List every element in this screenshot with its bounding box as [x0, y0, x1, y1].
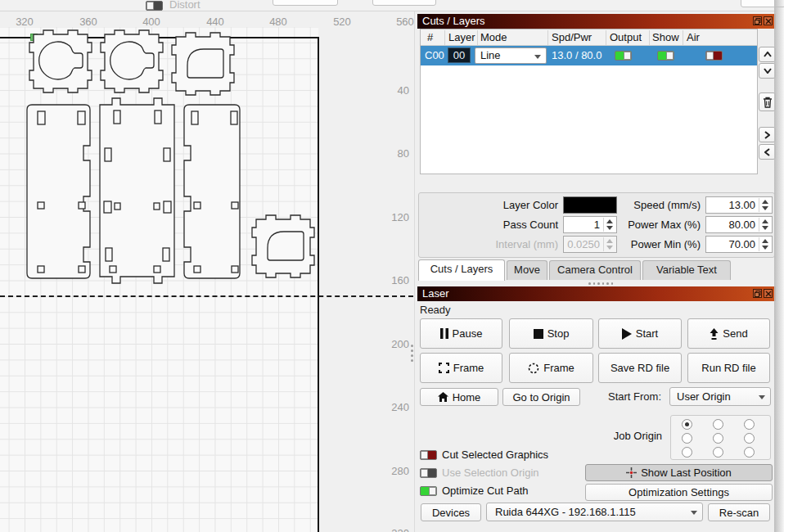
- pause-button[interactable]: Pause: [420, 318, 502, 349]
- mode-dropdown[interactable]: Line: [475, 47, 547, 64]
- laser-titlebar[interactable]: Laser: [417, 286, 776, 301]
- optimize-cut-path-toggle[interactable]: [420, 486, 437, 496]
- layer-row-selected[interactable]: C00 00 Line 13.0 / 80.0: [421, 46, 757, 65]
- power-min-input[interactable]: 70.00: [705, 236, 773, 253]
- run-rd-file-button[interactable]: Run RD file: [687, 353, 770, 383]
- distort-toggle[interactable]: [146, 1, 163, 11]
- home-icon: [438, 392, 448, 402]
- job-origin-radio[interactable]: [713, 433, 723, 444]
- home-button[interactable]: Home: [420, 388, 498, 406]
- stop-icon: [534, 329, 543, 339]
- start-from-dropdown[interactable]: User Origin: [669, 387, 771, 406]
- job-origin-grid: [670, 415, 771, 460]
- col-header: Layer: [448, 31, 475, 43]
- col-header: #: [427, 31, 433, 43]
- cut-selected-label: Cut Selected Graphics: [442, 449, 548, 461]
- device-dropdown[interactable]: Ruida 644XG - 192.168.1.115: [486, 503, 703, 521]
- power-max-label: Power Max (%): [624, 219, 701, 231]
- assign-right-button[interactable]: [759, 127, 776, 142]
- chevron-down-icon: [759, 395, 765, 399]
- float-panel-icon[interactable]: [753, 16, 762, 25]
- use-selection-origin-label: Use Selection Origin: [442, 467, 539, 479]
- air-toggle[interactable]: [705, 51, 723, 61]
- job-origin-radio[interactable]: [682, 447, 692, 458]
- show-toggle[interactable]: [657, 51, 674, 61]
- col-header: Spd/Pwr: [552, 31, 592, 43]
- job-origin-radio[interactable]: [713, 419, 723, 430]
- cut-selected-toggle[interactable]: [420, 450, 437, 460]
- go-to-origin-button[interactable]: Go to Origin: [502, 388, 580, 406]
- col-header: Mode: [480, 31, 507, 43]
- show-last-position-button[interactable]: Show Last Position: [585, 464, 773, 481]
- job-origin-radio[interactable]: [682, 419, 692, 430]
- chevron-down-icon: [534, 55, 541, 59]
- pause-icon: [440, 328, 448, 339]
- distort-label: Distort: [169, 0, 200, 11]
- optimization-settings-button[interactable]: Optimization Settings: [585, 484, 773, 501]
- cut-shapes-layer[interactable]: [0, 11, 414, 532]
- job-origin-radio[interactable]: [744, 419, 755, 430]
- start-from-label: Start From:: [608, 390, 661, 403]
- move-layer-up-button[interactable]: [759, 47, 776, 62]
- laser-title: Laser: [422, 287, 449, 300]
- cuts-layers-title: Cuts / Layers: [422, 15, 485, 27]
- lightburn-window: Distort 320 360 400 440 480 520 560 40 8…: [0, 0, 811, 532]
- job-origin-radio[interactable]: [744, 433, 755, 444]
- power-max-input[interactable]: 80.00: [705, 216, 773, 233]
- job-origin-radio[interactable]: [682, 433, 692, 444]
- tab-camera-control[interactable]: Camera Control: [549, 260, 641, 280]
- rescan-button[interactable]: Re-scan: [708, 503, 770, 521]
- frame-square-icon: [439, 363, 449, 373]
- crosshair-icon: [626, 467, 637, 478]
- close-panel-icon[interactable]: [764, 16, 773, 25]
- delete-layer-button[interactable]: [759, 92, 776, 111]
- stop-button[interactable]: Stop: [509, 318, 593, 349]
- layer-id: C00: [425, 49, 444, 61]
- send-icon: [710, 328, 719, 340]
- close-panel-icon[interactable]: [764, 289, 773, 298]
- use-selection-origin-toggle[interactable]: [420, 468, 437, 478]
- float-panel-icon[interactable]: [753, 289, 762, 298]
- assign-left-button[interactable]: [759, 144, 776, 160]
- panel-c-cutout[interactable]: [29, 30, 92, 92]
- tab-variable-text[interactable]: Variable Text: [642, 260, 731, 280]
- splitter-handle-horizontal[interactable]: [588, 282, 613, 286]
- send-button[interactable]: Send: [687, 318, 770, 349]
- panel-center[interactable]: [100, 98, 174, 283]
- panel-side[interactable]: [184, 105, 240, 278]
- panel-window-cutout[interactable]: [252, 215, 314, 277]
- layer-color-label: Layer Color: [444, 199, 558, 211]
- job-origin-radio[interactable]: [713, 447, 723, 458]
- tab-move[interactable]: Move: [507, 260, 547, 280]
- layer-settings-box: Layer Color Speed (mm/s) 13.00 Pass Coun…: [418, 192, 775, 258]
- save-rd-file-button[interactable]: Save RD file: [598, 353, 682, 383]
- chevron-down-icon: [691, 511, 697, 515]
- panel-window-cutout[interactable]: [172, 33, 234, 95]
- design-canvas[interactable]: 320 360 400 440 480 520 560 40 80 120 16…: [0, 11, 414, 532]
- tab-cuts-layers[interactable]: Cuts / Layers: [418, 259, 505, 281]
- toolbar-strip: Distort: [0, 0, 776, 11]
- panel-c-cutout[interactable]: [101, 30, 163, 92]
- pass-count-input[interactable]: 1: [563, 216, 617, 233]
- frame-circle-button[interactable]: Frame: [509, 353, 593, 383]
- cuts-layers-titlebar[interactable]: Cuts / Layers: [417, 14, 776, 29]
- devices-button[interactable]: Devices: [421, 503, 481, 521]
- job-origin-label: Job Origin: [575, 430, 662, 442]
- frame-square-button[interactable]: Frame: [420, 353, 502, 383]
- toolbar-partial-spinbox: [273, 0, 338, 6]
- start-button[interactable]: Start: [598, 318, 682, 349]
- move-layer-down-button[interactable]: [759, 63, 776, 79]
- window-edge: [784, 0, 811, 532]
- job-origin-radio[interactable]: [744, 447, 755, 458]
- layers-table-header: # Layer Mode Spd/Pwr Output Show Air: [421, 29, 757, 46]
- speed-input[interactable]: 13.00: [705, 196, 773, 214]
- panel-side[interactable]: [27, 105, 90, 278]
- col-header: Output: [610, 31, 642, 43]
- output-toggle[interactable]: [615, 51, 632, 61]
- layer-color-swatch[interactable]: [563, 196, 617, 214]
- layers-table: # Layer Mode Spd/Pwr Output Show Air C00…: [420, 29, 758, 174]
- interval-label: Interval (mm): [444, 238, 558, 250]
- layer-number-box[interactable]: 00: [448, 47, 471, 63]
- frame-circle-icon: [528, 363, 539, 374]
- interval-input: 0.0250: [563, 236, 617, 253]
